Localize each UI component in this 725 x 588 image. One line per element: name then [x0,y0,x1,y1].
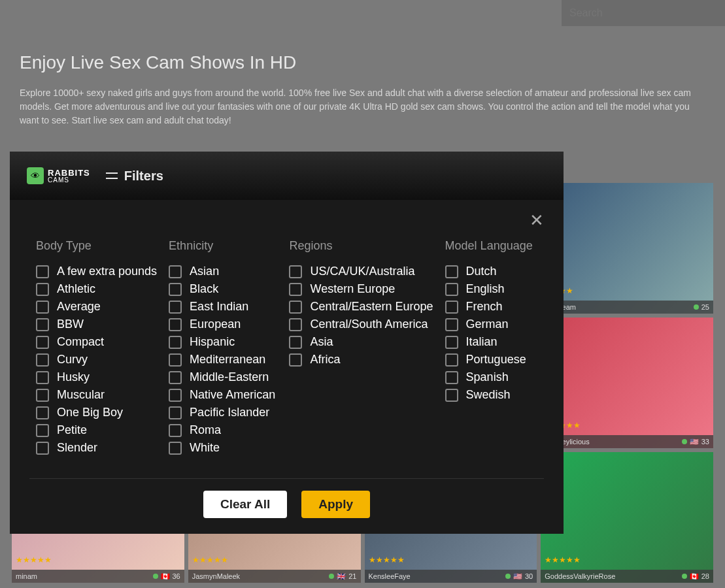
filter-option[interactable]: A few extra pounds [36,265,157,278]
checkbox[interactable] [289,336,302,349]
checkbox[interactable] [445,371,458,384]
filter-option[interactable]: Portuguese [445,353,537,367]
filter-option[interactable]: Compact [36,335,157,349]
checkbox[interactable] [445,265,458,278]
checkbox[interactable] [169,265,182,278]
checkbox[interactable] [36,389,49,402]
filter-option[interactable]: Asian [169,265,277,278]
filter-option[interactable]: Central/Eastern Europe [289,300,433,314]
checkbox[interactable] [169,442,182,455]
filter-option[interactable]: White [169,441,277,455]
filter-option[interactable]: Curvy [36,353,157,367]
column-title: Body Type [36,239,157,253]
filter-option[interactable]: One Big Boy [36,406,157,419]
filter-option[interactable]: Middle-Eastern [169,370,277,384]
filter-option-label: Asia [310,335,333,349]
checkbox[interactable] [445,353,458,367]
filter-option[interactable]: Mediterranean [169,353,277,367]
filter-column-regions: Regions US/CA/UK/AustraliaWestern Europe… [289,239,433,459]
filter-option[interactable]: Husky [36,370,157,384]
filter-option[interactable]: US/CA/UK/Australia [289,265,433,278]
checkbox[interactable] [445,336,458,349]
status-indicator [694,304,699,310]
checkbox[interactable] [36,336,49,349]
filter-option[interactable]: Africa [289,353,433,367]
rating-stars: ★★★★★ [369,555,405,564]
checkbox[interactable] [289,318,302,331]
filter-option-label: Compact [57,335,104,349]
status-indicator [329,574,334,579]
checkbox[interactable] [169,353,182,367]
checkbox[interactable] [36,265,49,278]
close-icon[interactable]: ✕ [530,210,544,231]
filter-option[interactable]: Roma [169,423,277,437]
checkbox[interactable] [169,406,182,419]
page-title: Enjoy Live Sex Cam Shows In HD [20,52,705,73]
viewer-count: 21 [348,572,356,580]
model-card[interactable]: ★★★★niaDream25 [541,183,713,314]
model-card[interactable]: ★★★★★GoddessValkyrieRose🇨🇦28 [541,452,713,583]
filter-option[interactable]: German [445,318,537,331]
checkbox[interactable] [169,336,182,349]
filter-option[interactable]: Pacific Islander [169,406,277,419]
checkbox[interactable] [289,301,302,314]
apply-button[interactable]: Apply [301,491,370,518]
checkbox[interactable] [169,301,182,314]
checkbox[interactable] [36,301,49,314]
checkbox[interactable] [289,283,302,296]
checkbox[interactable] [36,424,49,437]
filter-option[interactable]: Average [36,300,157,314]
filter-option-label: Roma [190,423,221,437]
filter-option[interactable]: Dutch [445,265,537,278]
checkbox[interactable] [36,318,49,331]
filter-option[interactable]: Italian [445,335,537,349]
checkbox[interactable] [36,283,49,296]
checkbox[interactable] [169,283,182,296]
checkbox[interactable] [169,371,182,384]
filter-option-label: Average [57,300,101,314]
filter-option[interactable]: Petite [36,423,157,437]
filter-option[interactable]: English [445,282,537,296]
checkbox[interactable] [445,389,458,402]
checkbox[interactable] [289,265,302,278]
filter-option[interactable]: Native American [169,388,277,402]
checkbox[interactable] [445,301,458,314]
filter-option[interactable]: Western Europe [289,282,433,296]
model-card[interactable]: ★★★★★sJerseylicious🇺🇸33 [541,318,713,448]
filter-option-label: US/CA/UK/Australia [310,265,414,278]
checkbox[interactable] [169,318,182,331]
filter-option[interactable]: Muscular [36,388,157,402]
filter-option[interactable]: BBW [36,318,157,331]
filter-option-label: Native American [190,388,275,402]
checkbox[interactable] [169,389,182,402]
checkbox[interactable] [36,442,49,455]
filter-option[interactable]: East Indian [169,300,277,314]
filter-option[interactable]: Athletic [36,282,157,296]
filter-option[interactable]: Slender [36,441,157,455]
filter-option[interactable]: Central/South America [289,318,433,331]
search-input[interactable] [569,7,717,19]
filter-body: Body Type A few extra poundsAthleticAver… [10,200,564,472]
checkbox[interactable] [36,371,49,384]
checkbox[interactable] [36,353,49,367]
filter-option[interactable]: Spanish [445,370,537,384]
checkbox[interactable] [445,318,458,331]
filter-option[interactable]: Hispanic [169,335,277,349]
rating-stars: ★★★★★ [545,555,581,564]
checkbox[interactable] [36,406,49,419]
filters-heading: Filters [106,169,163,184]
filter-option[interactable]: Asia [289,335,433,349]
checkbox[interactable] [445,283,458,296]
filter-option[interactable]: European [169,318,277,331]
filter-option[interactable]: Swedish [445,388,537,402]
checkbox[interactable] [169,424,182,437]
filter-option[interactable]: French [445,300,537,314]
search-bar [562,0,725,26]
model-name: niaDream [545,303,694,311]
checkbox[interactable] [289,353,302,367]
filter-option-label: German [466,318,509,331]
filter-option-label: Spanish [466,370,509,384]
site-logo[interactable]: RABBITSCAMS [27,167,90,184]
clear-all-button[interactable]: Clear All [203,491,287,518]
filter-option[interactable]: Black [169,282,277,296]
